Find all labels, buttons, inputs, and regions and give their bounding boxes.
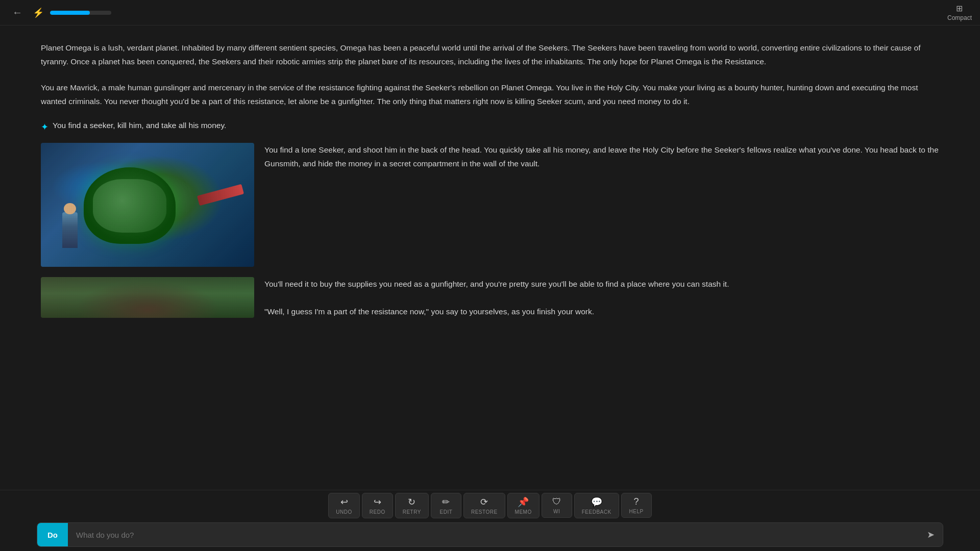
undo-button[interactable]: ↩ UNDO bbox=[328, 493, 359, 518]
continuation-text-1: You'll need it to buy the supplies you n… bbox=[264, 280, 729, 288]
wi-icon: 🛡 bbox=[552, 496, 561, 507]
redo-icon: ↪ bbox=[374, 496, 381, 508]
continuation-text: You'll need it to buy the supplies you n… bbox=[264, 277, 939, 318]
story-paragraph-1: Planet Omega is a lush, verdant planet. … bbox=[41, 41, 939, 68]
back-button[interactable]: ← bbox=[8, 5, 27, 20]
svg-rect-1 bbox=[41, 143, 254, 267]
compact-label: Compact bbox=[947, 14, 972, 21]
compact-icon: ⊞ bbox=[956, 4, 963, 13]
continuation-block: You'll need it to buy the supplies you n… bbox=[41, 277, 939, 318]
topbar-left: ← ⚡ bbox=[8, 5, 947, 20]
action-input[interactable] bbox=[68, 531, 919, 539]
continuation-text-2: "Well, I guess I'm a part of the resista… bbox=[264, 307, 594, 316]
input-bar: Do ➤ bbox=[37, 522, 943, 547]
help-icon: ? bbox=[634, 496, 639, 507]
scene-image-2 bbox=[41, 277, 254, 318]
pixel-overlay bbox=[41, 143, 254, 267]
restore-label: RESTORE bbox=[471, 509, 498, 515]
wi-button[interactable]: 🛡 WI bbox=[542, 493, 572, 518]
edit-button[interactable]: ✏ EDIT bbox=[431, 493, 461, 518]
edit-label: EDIT bbox=[440, 509, 453, 515]
action-line: ✦ You find a seeker, kill him, and take … bbox=[41, 121, 939, 133]
action-icon: ✦ bbox=[41, 121, 48, 133]
help-label: HELP bbox=[629, 509, 644, 514]
scene-text-1: You find a lone Seeker, and shoot him in… bbox=[264, 143, 939, 267]
redo-label: REDO bbox=[370, 509, 385, 515]
scene-block-1: You find a lone Seeker, and shoot him in… bbox=[41, 143, 939, 267]
compact-button[interactable]: ⊞ Compact bbox=[947, 4, 972, 21]
action-text: You find a seeker, kill him, and take al… bbox=[53, 121, 226, 130]
topbar-right: ⊞ Compact bbox=[947, 4, 972, 21]
memo-label: MEMO bbox=[515, 509, 532, 515]
retry-label: RETRY bbox=[403, 509, 421, 515]
scene-image-1 bbox=[41, 143, 254, 267]
memo-button[interactable]: 📌 MEMO bbox=[507, 493, 540, 518]
send-button[interactable]: ➤ bbox=[919, 529, 943, 540]
topbar: ← ⚡ ⊞ Compact bbox=[0, 0, 980, 26]
help-button[interactable]: ? HELP bbox=[621, 493, 652, 518]
undo-icon: ↩ bbox=[340, 496, 348, 508]
scene-response-text: You find a lone Seeker, and shoot him in… bbox=[264, 145, 939, 168]
svg-rect-2 bbox=[41, 277, 254, 318]
feedback-label: FEEDBACK bbox=[582, 509, 611, 515]
do-button[interactable]: Do bbox=[37, 523, 68, 546]
feedback-button[interactable]: 💬 FEEDBACK bbox=[574, 493, 619, 518]
lightning-icon: ⚡ bbox=[33, 7, 44, 18]
progress-bar-fill bbox=[50, 11, 90, 15]
undo-label: UNDO bbox=[336, 509, 352, 515]
memo-icon: 📌 bbox=[518, 496, 529, 508]
feedback-icon: 💬 bbox=[591, 496, 602, 508]
restore-icon: ⟳ bbox=[480, 496, 488, 508]
retry-button[interactable]: ↻ RETRY bbox=[395, 493, 429, 518]
edit-icon: ✏ bbox=[442, 496, 450, 508]
redo-button[interactable]: ↪ REDO bbox=[362, 493, 393, 518]
toolbar: ↩ UNDO ↪ REDO ↻ RETRY ✏ EDIT ⟳ RESTORE 📌… bbox=[0, 490, 980, 520]
story-paragraph-2: You are Mavrick, a male human gunslinger… bbox=[41, 81, 939, 108]
pixel-overlay-2 bbox=[41, 277, 254, 318]
main-content: Planet Omega is a lush, verdant planet. … bbox=[0, 26, 980, 490]
restore-button[interactable]: ⟳ RESTORE bbox=[463, 493, 505, 518]
wi-label: WI bbox=[553, 509, 560, 514]
retry-icon: ↻ bbox=[408, 496, 415, 508]
progress-bar bbox=[50, 11, 111, 15]
